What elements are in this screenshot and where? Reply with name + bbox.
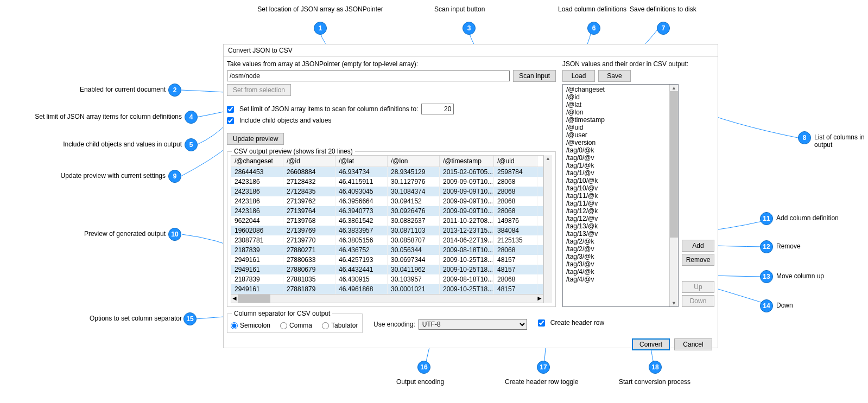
table-row[interactable]: 196020862713976946.383395730.08711032013…: [231, 226, 543, 235]
list-item[interactable]: /tag/13/@k: [564, 222, 668, 230]
list-item[interactable]: /tag/2/@v: [564, 245, 668, 253]
load-button[interactable]: Load: [562, 70, 595, 82]
convert-button[interactable]: Convert: [632, 338, 670, 350]
list-item[interactable]: /tag/4/@k: [564, 268, 668, 276]
preview-table-body: 286444532660888446.93473428.93451292015-…: [231, 167, 543, 294]
list-item[interactable]: /tag/2/@k: [564, 238, 668, 245]
down-button: Down: [682, 295, 714, 307]
limit-checkbox[interactable]: [227, 106, 234, 113]
callout-bubble-8: 8: [798, 131, 811, 144]
list-item[interactable]: /@user: [564, 131, 668, 139]
col-header[interactable]: /@lat: [335, 156, 388, 167]
callout-label-8: List of columns in output: [814, 133, 868, 149]
set-from-selection-button: Set from selection: [227, 84, 291, 96]
table-row[interactable]: 29491612788187946.496186830.00010212009-…: [231, 284, 543, 294]
callout-label-11: Add column definition: [776, 214, 839, 222]
callout-bubble-9: 9: [168, 170, 181, 183]
list-item[interactable]: /tag/3/@v: [564, 260, 668, 268]
list-item[interactable]: /@uid: [564, 124, 668, 131]
callout-bubble-10: 10: [168, 228, 181, 241]
create-header-label: Create header row: [550, 319, 604, 327]
col-header[interactable]: /@timestamp: [440, 156, 494, 167]
col-header[interactable]: /@changeset: [231, 156, 283, 167]
preview-vscrollbar[interactable]: ▲: [543, 155, 552, 303]
list-item[interactable]: /tag/10/@v: [564, 184, 668, 192]
list-item[interactable]: /tag/11/@v: [564, 200, 668, 207]
table-row[interactable]: 21878392788103546.43091530.1039572009-08…: [231, 274, 543, 284]
table-row[interactable]: 286444532660888446.93473428.93451292015-…: [231, 167, 543, 177]
list-item[interactable]: /tag/0/@k: [564, 146, 668, 154]
list-item[interactable]: /@version: [564, 139, 668, 146]
dialog-title: Convert JSON to CSV: [224, 44, 718, 57]
callout-label-13: Move column up: [776, 272, 824, 280]
save-button[interactable]: Save: [598, 70, 631, 82]
list-item[interactable]: /tag/11/@k: [564, 192, 668, 200]
list-item[interactable]: /tag/1/@k: [564, 162, 668, 169]
cancel-button[interactable]: Cancel: [674, 338, 712, 350]
list-item[interactable]: /tag/4/@v: [564, 276, 668, 283]
list-item[interactable]: /tag/12/@k: [564, 207, 668, 215]
list-item[interactable]: /@lon: [564, 108, 668, 116]
table-row[interactable]: 230877812713977046.380515630.08587072014…: [231, 235, 543, 245]
include-children-checkbox[interactable]: [227, 117, 234, 124]
callout-label-16: Output encoding: [396, 378, 444, 386]
table-row[interactable]: 24231862712843546.409304530.10843742009-…: [231, 187, 543, 196]
encoding-label: Use encoding:: [373, 321, 415, 328]
up-button: Up: [682, 281, 714, 293]
update-preview-button[interactable]: Update preview: [227, 133, 284, 145]
list-item[interactable]: /tag/12/@v: [564, 215, 668, 222]
table-row[interactable]: 24231862713976446.394077330.09264762009-…: [231, 206, 543, 216]
separator-tab[interactable]: Tabulator: [322, 322, 358, 329]
limit-label: Set limit of JSON array items to scan fo…: [239, 105, 418, 113]
encoding-select[interactable]: UTF-8: [419, 319, 527, 330]
add-button[interactable]: Add: [682, 240, 714, 252]
list-item[interactable]: /tag/13/@v: [564, 230, 668, 238]
col-header[interactable]: /@lon: [388, 156, 440, 167]
jsonpointer-input[interactable]: [227, 71, 510, 81]
callout-label-2: Enabled for current document: [73, 86, 166, 93]
callout-label-3: Scan input button: [434, 5, 485, 13]
callout-label-10: Preview of generated output: [73, 230, 166, 238]
callout-bubble-11: 11: [760, 212, 773, 225]
list-item[interactable]: /@timestamp: [564, 116, 668, 124]
remove-button[interactable]: Remove: [682, 254, 714, 266]
callout-bubble-7: 7: [657, 22, 670, 35]
list-item[interactable]: /@id: [564, 93, 668, 101]
callout-bubble-4: 4: [185, 111, 198, 124]
callout-label-18: Start conversion process: [619, 378, 690, 386]
list-item[interactable]: /tag/3/@k: [564, 253, 668, 260]
preview-group-title: CSV output preview (shows first 20 lines…: [232, 148, 355, 155]
table-row[interactable]: 21878392788027146.43675230.0563442009-08…: [231, 245, 543, 255]
callout-label-17: Create header row toggle: [505, 378, 578, 386]
preview-table-header: /@changeset/@id/@lat/@lon/@timestamp/@ui…: [231, 156, 543, 167]
columns-vscrollbar[interactable]: ▲ ▼: [669, 85, 678, 306]
list-item[interactable]: /tag/1/@v: [564, 169, 668, 177]
callout-bubble-3: 3: [462, 22, 476, 35]
pointer-label: Take values from array at JSONPointer (e…: [227, 60, 556, 68]
include-children-label: Include child objects and values: [239, 117, 331, 124]
table-row[interactable]: 29491612788067946.443244130.04119622009-…: [231, 265, 543, 274]
scan-input-button[interactable]: Scan input: [513, 70, 556, 82]
callout-bubble-17: 17: [537, 361, 550, 374]
callout-bubble-1: 1: [314, 22, 327, 35]
callout-bubble-6: 6: [587, 22, 600, 35]
table-row[interactable]: 24231862712843246.411591130.11279762009-…: [231, 177, 543, 187]
separator-comma[interactable]: Comma: [280, 322, 312, 329]
list-item[interactable]: /tag/0/@v: [564, 154, 668, 162]
col-header[interactable]: /@uid: [494, 156, 537, 167]
table-row[interactable]: 24231862713976246.395666430.0941522009-0…: [231, 196, 543, 206]
callout-bubble-2: 2: [168, 84, 181, 97]
table-row[interactable]: 96220442713976846.386154230.08826372011-…: [231, 216, 543, 226]
list-item[interactable]: /@changeset: [564, 86, 668, 93]
dialog-window: Convert JSON to CSV Take values from arr…: [223, 44, 718, 348]
list-item[interactable]: /@lat: [564, 101, 668, 108]
columns-list[interactable]: /@changeset/@id/@lat/@lon/@timestamp/@ui…: [563, 85, 669, 306]
table-row[interactable]: 29491612788063346.425719330.06973442009-…: [231, 255, 543, 265]
callout-bubble-18: 18: [649, 361, 662, 374]
preview-hscrollbar[interactable]: ◄ ►: [231, 294, 543, 303]
separator-semicolon[interactable]: Semicolon: [231, 322, 270, 329]
col-header[interactable]: /@id: [283, 156, 335, 167]
create-header-checkbox[interactable]: [538, 319, 545, 327]
limit-value-input[interactable]: [421, 104, 454, 114]
list-item[interactable]: /tag/10/@k: [564, 177, 668, 184]
